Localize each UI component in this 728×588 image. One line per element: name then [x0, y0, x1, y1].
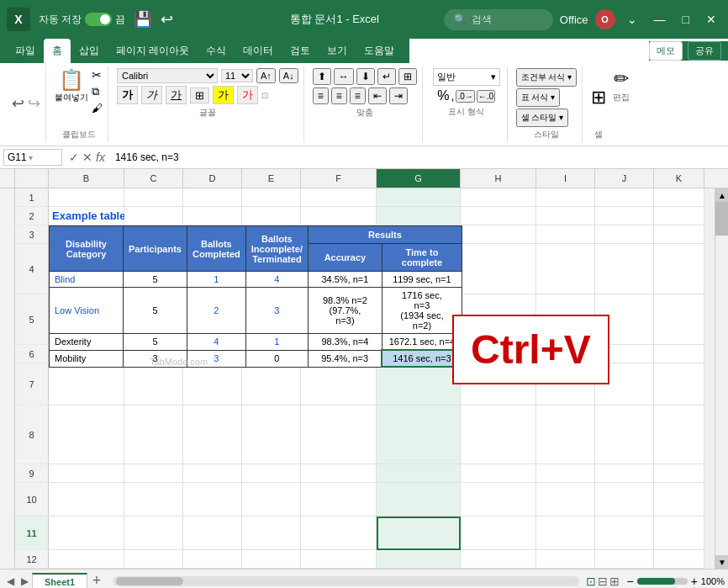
italic-btn[interactable]: 가: [141, 86, 162, 104]
cell-f11[interactable]: [301, 516, 377, 550]
col-header-b[interactable]: B: [49, 169, 124, 188]
col-header-f[interactable]: F: [301, 169, 377, 188]
cell-e11[interactable]: [242, 516, 301, 550]
horizontal-scrollbar[interactable]: [113, 576, 579, 586]
cell-participants-dexterity[interactable]: 5: [124, 334, 187, 351]
cut-btn[interactable]: ✂: [92, 68, 103, 82]
cell-incomplete-lowvision[interactable]: 3: [245, 288, 308, 334]
font-name-select[interactable]: Calibri: [117, 68, 218, 83]
cell-completed-blind[interactable]: 1: [187, 272, 245, 288]
font-size-select[interactable]: 11: [221, 69, 253, 82]
cell-k3[interactable]: [654, 225, 704, 244]
table-format-btn[interactable]: 표 서식 ▾: [516, 88, 561, 107]
cell-participants-blind[interactable]: 5: [124, 272, 187, 288]
tab-insert[interactable]: 삽입: [71, 39, 108, 63]
cell-i11[interactable]: [536, 516, 595, 550]
comma-btn[interactable]: ,: [451, 89, 455, 103]
cell-participants-mobility[interactable]: 3: [124, 350, 187, 367]
cell-d11[interactable]: [183, 516, 242, 550]
cell-accuracy-dexterity[interactable]: 98.3%, n=4: [308, 334, 382, 351]
align-center-btn[interactable]: ≡: [331, 87, 347, 104]
cell-j10[interactable]: [595, 483, 654, 516]
conditional-format-btn[interactable]: 조건부 서식 ▾: [516, 68, 578, 87]
row-header-9[interactable]: 9: [15, 464, 49, 483]
row-header-2[interactable]: 2: [15, 207, 49, 225]
cell-time-mobility[interactable]: 1416 sec, n=3: [382, 350, 462, 367]
cell-k7[interactable]: [654, 363, 704, 405]
cell-g9[interactable]: [377, 464, 461, 483]
cell-j4[interactable]: [595, 244, 654, 294]
row-header-3[interactable]: 3: [15, 225, 49, 244]
row-header-4[interactable]: 4: [15, 244, 49, 294]
cell-participants-lowvision[interactable]: 5: [124, 288, 187, 334]
row-header-8[interactable]: 8: [15, 405, 49, 464]
cell-incomplete-mobility[interactable]: 0: [245, 350, 308, 367]
cell-g11[interactable]: [377, 516, 461, 550]
indent-left-btn[interactable]: ⇤: [368, 87, 387, 104]
cell-j11[interactable]: [595, 516, 654, 550]
decrease-decimal-btn[interactable]: ←.0: [477, 90, 495, 103]
align-bottom-btn[interactable]: ⬇: [356, 68, 375, 85]
cell-completed-lowvision[interactable]: 2: [187, 288, 245, 334]
row-header-1[interactable]: 1: [15, 188, 49, 207]
border-btn[interactable]: ⊞: [190, 87, 209, 103]
col-header-c[interactable]: C: [124, 169, 183, 188]
cell-k9[interactable]: [654, 464, 704, 483]
cell-b8[interactable]: [49, 405, 124, 464]
cell-b7[interactable]: [49, 363, 124, 405]
cell-time-blind[interactable]: 1199 sec, n=1: [382, 272, 462, 288]
cell-f12[interactable]: [301, 550, 377, 569]
align-top-btn[interactable]: ⬆: [313, 68, 331, 85]
col-header-h[interactable]: H: [461, 169, 536, 188]
share-button[interactable]: 공유: [688, 41, 721, 61]
tab-data[interactable]: 데이터: [235, 39, 282, 63]
cell-i10[interactable]: [536, 483, 595, 516]
scroll-track[interactable]: [715, 202, 728, 555]
indent-right-btn[interactable]: ⇥: [389, 87, 408, 104]
cell-i8[interactable]: [536, 405, 595, 464]
scroll-thumb[interactable]: [715, 202, 728, 236]
cell-k8[interactable]: [654, 405, 704, 464]
cell-styles-btn[interactable]: 셀 스타일 ▾: [516, 109, 569, 127]
cell-h2[interactable]: [461, 207, 536, 225]
cell-h10[interactable]: [461, 483, 536, 516]
add-sheet-btn[interactable]: +: [87, 572, 106, 589]
edit-btn[interactable]: ✏: [614, 68, 629, 90]
underline-btn[interactable]: 가: [166, 86, 187, 104]
minimize-btn[interactable]: —: [649, 11, 671, 28]
cell-c10[interactable]: [124, 483, 183, 516]
page-break-btn[interactable]: ⊞: [609, 575, 620, 588]
cell-j3[interactable]: [595, 225, 654, 244]
cell-h12[interactable]: [461, 550, 536, 569]
cell-h1[interactable]: [461, 188, 536, 207]
tab-formula[interactable]: 수식: [198, 39, 235, 63]
memo-button[interactable]: 메모: [649, 41, 683, 61]
cell-e7[interactable]: [242, 363, 301, 405]
increase-decimal-btn[interactable]: .0→: [456, 90, 474, 103]
cell-d12[interactable]: [183, 550, 242, 569]
cell-ref-box[interactable]: G11 ▾: [3, 149, 62, 166]
paste-btn[interactable]: 📋 붙여넣기: [55, 68, 88, 103]
next-sheet-btn[interactable]: ▶: [18, 574, 32, 589]
cell-i3[interactable]: [536, 225, 595, 244]
sheet-tab-1[interactable]: Sheet1: [32, 573, 87, 589]
close-btn[interactable]: ✕: [701, 11, 721, 28]
align-middle-btn[interactable]: ↔: [334, 68, 354, 85]
fill-color-btn[interactable]: 가: [213, 86, 234, 104]
align-right-btn[interactable]: ≡: [350, 87, 366, 104]
search-box[interactable]: 🔍 검색: [444, 9, 553, 30]
cell-f2[interactable]: [301, 207, 377, 225]
cell-f9[interactable]: [301, 464, 377, 483]
cell-j9[interactable]: [595, 464, 654, 483]
cell-accuracy-blind[interactable]: 34.5%, n=1: [308, 272, 382, 288]
cell-g2[interactable]: [377, 207, 461, 225]
col-header-e[interactable]: E: [242, 169, 301, 188]
cell-h8[interactable]: [461, 405, 536, 464]
cell-incomplete-dexterity[interactable]: 1: [245, 334, 308, 351]
cell-d9[interactable]: [183, 464, 242, 483]
cell-k1[interactable]: [654, 188, 704, 207]
col-header-g[interactable]: G: [377, 169, 461, 188]
cell-g12[interactable]: [377, 550, 461, 569]
cell-ref-dropdown[interactable]: ▾: [29, 153, 33, 162]
cell-disability-dexterity[interactable]: Dexterity: [50, 334, 124, 351]
